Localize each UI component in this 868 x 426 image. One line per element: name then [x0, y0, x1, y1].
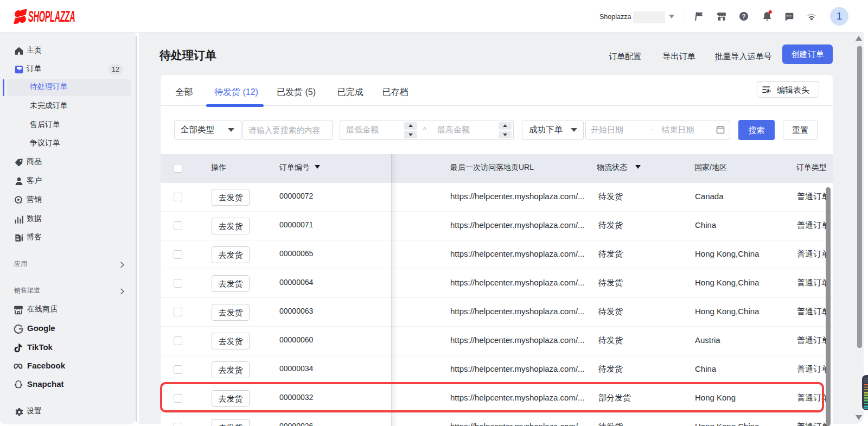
svg-text:?: ? [742, 13, 746, 20]
